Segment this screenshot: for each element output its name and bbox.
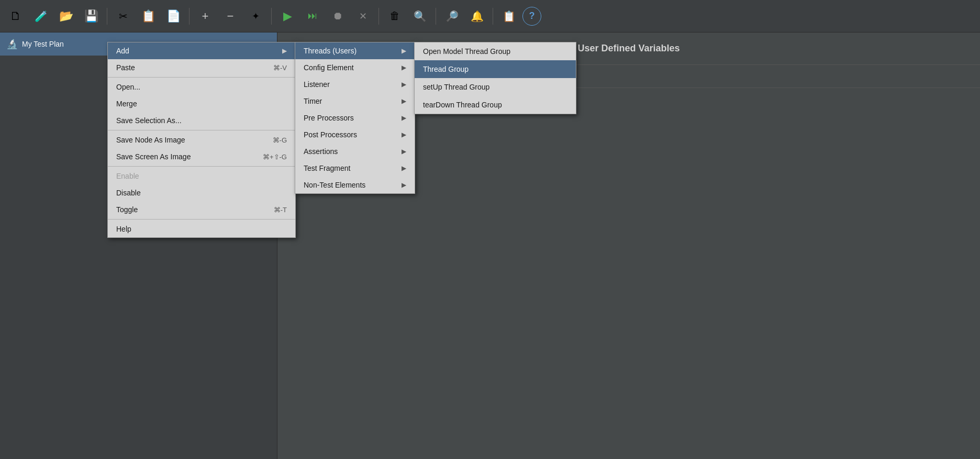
start-nopause-button[interactable]: ⏭ <box>301 5 324 28</box>
template-button[interactable]: 🧪 <box>29 5 52 28</box>
test-fragment-arrow-icon: ▶ <box>402 165 406 172</box>
menu-item-paste-label: Paste <box>116 63 135 72</box>
menu-item-pre-processors-label: Pre Processors <box>304 114 354 122</box>
menu-item-help-label: Help <box>116 225 131 233</box>
menu-item-add-label: Add <box>116 47 129 55</box>
timer-arrow-icon: ▶ <box>402 97 406 105</box>
log-viewer-button[interactable]: 📋 <box>497 5 520 28</box>
setup-thread-group-label: setUp Thread Group <box>423 83 489 91</box>
stop-button[interactable]: ⏺ <box>326 5 349 28</box>
search-button[interactable]: 🔎 <box>440 5 463 28</box>
sep5 <box>436 8 436 25</box>
menu-item-listener-label: Listener <box>304 80 330 89</box>
paste-shortcut: ⌘-V <box>273 64 287 72</box>
menu-item-add[interactable]: Add ▶ <box>108 42 295 59</box>
thread-group-label: Thread Group <box>423 65 469 73</box>
menu-sep-1 <box>108 77 295 78</box>
menu-item-paste[interactable]: Paste ⌘-V <box>108 59 295 76</box>
menu-item-disable[interactable]: Disable <box>108 184 295 201</box>
toolbar: 🗋 🧪 📂 💾 ✂ 📋 📄 + − ✦ ▶ ⏭ ⏺ ✕ 🗑 🔍 🔎 🔔 📋 ? <box>0 0 980 32</box>
menu-item-timer[interactable]: Timer ▶ <box>295 93 415 110</box>
context-menu-level2: Threads (Users) ▶ Config Element ▶ Liste… <box>295 42 415 194</box>
menu-item-threads[interactable]: Threads (Users) ▶ <box>295 42 415 59</box>
menu-item-post-processors[interactable]: Post Processors ▶ <box>295 126 415 143</box>
remove-button[interactable]: − <box>219 5 242 28</box>
menu-item-threads-label: Threads (Users) <box>304 47 357 55</box>
start-button[interactable]: ▶ <box>276 5 299 28</box>
menu-item-open-model-thread-group[interactable]: Open Model Thread Group <box>415 42 576 60</box>
menu-item-toggle-label: Toggle <box>116 205 138 214</box>
menu-item-toggle[interactable]: Toggle ⌘-T <box>108 201 295 218</box>
open-model-thread-group-label: Open Model Thread Group <box>423 47 510 56</box>
menu-item-enable: Enable <box>108 168 295 184</box>
clear-button[interactable]: 🗑 <box>383 5 406 28</box>
sep6 <box>493 8 493 25</box>
tree-item-label: My Test Plan <box>22 40 64 48</box>
add-button[interactable]: + <box>194 5 217 28</box>
menu-item-post-processors-label: Post Processors <box>304 130 357 139</box>
toggle-shortcut: ⌘-T <box>274 206 287 214</box>
config-arrow-icon: ▶ <box>402 64 406 71</box>
menu-item-save-screen-image[interactable]: Save Screen As Image ⌘+⇧-G <box>108 148 295 165</box>
menu-item-listener[interactable]: Listener ▶ <box>295 76 415 93</box>
copy-button[interactable]: 📋 <box>137 5 160 28</box>
post-processors-arrow-icon: ▶ <box>402 131 406 138</box>
save-button[interactable]: 💾 <box>80 5 103 28</box>
threads-arrow-icon: ▶ <box>402 47 406 54</box>
menu-sep-2 <box>108 130 295 130</box>
save-screen-shortcut: ⌘+⇧-G <box>263 153 287 161</box>
context-menu-level3: Open Model Thread Group Thread Group set… <box>414 42 576 114</box>
flask-icon: 🔬 <box>6 38 18 50</box>
menu-item-open[interactable]: Open... <box>108 79 295 95</box>
menu-item-save-node-image[interactable]: Save Node As Image ⌘-G <box>108 132 295 148</box>
menu-item-save-selection[interactable]: Save Selection As... <box>108 112 295 129</box>
menu-item-merge[interactable]: Merge <box>108 95 295 112</box>
menu-item-open-label: Open... <box>116 83 140 91</box>
menu-item-thread-group[interactable]: Thread Group <box>415 60 576 78</box>
sep2 <box>189 8 190 25</box>
context-menu-level1: Add ▶ Paste ⌘-V Open... Merge Save Selec… <box>107 42 296 238</box>
menu-sep-4 <box>108 219 295 220</box>
non-test-arrow-icon: ▶ <box>402 181 406 189</box>
menu-item-setup-thread-group[interactable]: setUp Thread Group <box>415 78 576 96</box>
menu-item-config[interactable]: Config Element ▶ <box>295 59 415 76</box>
menu-item-save-node-label: Save Node As Image <box>116 136 185 144</box>
menu-item-save-selection-label: Save Selection As... <box>116 116 182 125</box>
menu-item-merge-label: Merge <box>116 100 137 108</box>
menu-item-config-label: Config Element <box>304 63 354 72</box>
cut-button[interactable]: ✂ <box>112 5 135 28</box>
assertions-arrow-icon: ▶ <box>402 148 406 155</box>
menu-item-assertions-label: Assertions <box>304 147 338 156</box>
menu-item-test-fragment-label: Test Fragment <box>304 164 350 172</box>
function-helper-button[interactable]: 🔔 <box>465 5 488 28</box>
help-button[interactable]: ? <box>522 7 541 26</box>
new-button[interactable]: 🗋 <box>4 5 27 28</box>
menu-item-non-test-label: Non-Test Elements <box>304 181 365 189</box>
menu-item-enable-label: Enable <box>116 172 139 180</box>
menu-sep-3 <box>108 166 295 167</box>
sep4 <box>378 8 379 25</box>
sep3 <box>271 8 272 25</box>
teardown-thread-group-label: tearDown Thread Group <box>423 101 502 109</box>
listener-arrow-icon: ▶ <box>402 81 406 88</box>
sep1 <box>107 8 107 25</box>
paste-button[interactable]: 📄 <box>162 5 185 28</box>
menu-item-teardown-thread-group[interactable]: tearDown Thread Group <box>415 96 576 114</box>
clear-all-button[interactable]: 🔍 <box>408 5 431 28</box>
pre-processors-arrow-icon: ▶ <box>402 114 406 122</box>
menu-item-save-screen-label: Save Screen As Image <box>116 152 191 161</box>
menu-item-non-test[interactable]: Non-Test Elements ▶ <box>295 177 415 193</box>
stop-now-button[interactable]: ✕ <box>351 5 374 28</box>
run-ex-button[interactable]: ✦ <box>244 5 267 28</box>
menu-item-help[interactable]: Help <box>108 221 295 237</box>
menu-item-assertions[interactable]: Assertions ▶ <box>295 143 415 160</box>
open-button[interactable]: 📂 <box>54 5 77 28</box>
save-node-shortcut: ⌘-G <box>273 136 287 144</box>
menu-item-disable-label: Disable <box>116 189 141 197</box>
menu-item-test-fragment[interactable]: Test Fragment ▶ <box>295 160 415 177</box>
menu-item-pre-processors[interactable]: Pre Processors ▶ <box>295 110 415 126</box>
menu-item-timer-label: Timer <box>304 97 322 105</box>
add-arrow-icon: ▶ <box>282 47 287 54</box>
